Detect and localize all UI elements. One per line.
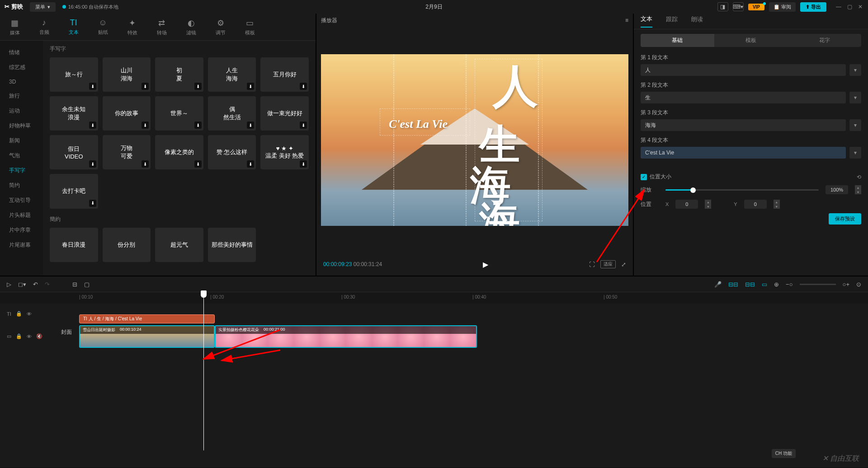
redo-icon[interactable]: ↷ [45,281,50,288]
download-icon[interactable]: ⬇ [247,160,254,168]
align-icon[interactable]: ⊕ [774,281,779,288]
split-icon[interactable]: ⊟ [72,281,77,288]
review-button[interactable]: 📋审阅 [769,2,796,12]
category-片头标题[interactable]: 片头标题 [0,208,43,223]
segment-dropdown[interactable]: ▾ [849,147,861,159]
text-asset[interactable]: ♥ ★ ✦ 温柔 美好 热爱⬇ [260,135,309,169]
eye-icon[interactable]: 👁 [27,311,32,317]
segment-input-4[interactable] [641,147,846,159]
crop-icon[interactable]: ⛶ [589,261,595,268]
eye-icon[interactable]: 👁 [27,334,32,339]
fullscreen-icon[interactable]: ⤢ [621,261,626,268]
category-旅行[interactable]: 旅行 [0,89,43,103]
download-icon[interactable]: ⬇ [194,83,202,90]
category-片中序章[interactable]: 片中序章 [0,223,43,238]
maximize-icon[interactable]: ▢ [846,4,853,10]
top-tab-音频[interactable]: ♪音频 [29,14,59,40]
top-tab-转场[interactable]: ⇄转场 [147,14,176,40]
text-asset[interactable]: 那些美好的事情 [208,228,256,262]
download-icon[interactable]: ⬇ [300,160,307,168]
top-tab-媒体[interactable]: ▦媒体 [0,14,29,40]
category-综艺感[interactable]: 综艺感 [0,60,43,75]
lock-icon[interactable]: 🔒 [16,311,22,317]
ratio-selector[interactable]: 适应 [600,260,616,268]
top-tab-文本[interactable]: TI文本 [59,14,88,40]
step-up[interactable]: ▲ [855,185,861,190]
download-icon[interactable]: ⬇ [300,122,307,129]
text-asset[interactable]: 你的故事⬇ [103,96,151,131]
text-asset[interactable]: 偶 然生活⬇ [208,96,256,131]
segment-dropdown[interactable]: ▾ [849,119,861,131]
category-新闻[interactable]: 新闻 [0,133,43,148]
video-track-icon[interactable]: ▭ [7,333,11,339]
text-asset[interactable]: 初 夏⬇ [155,57,203,92]
zoom-out-icon[interactable]: −○ [786,281,793,288]
download-icon[interactable]: ⬇ [89,122,96,129]
download-icon[interactable]: ⬇ [300,83,307,90]
reset-icon[interactable]: ⟲ [857,174,861,180]
play-button[interactable]: ▶ [483,260,488,269]
video-clip-2[interactable]: 实景拍摄粉色樱花花朵00:00:21:00 [215,325,477,348]
segment-input-1[interactable] [641,64,846,76]
export-button[interactable]: ⬆导出 [800,2,826,12]
text-asset[interactable]: 山川 湖海⬇ [103,57,151,92]
text-asset[interactable]: 超元气 [155,228,203,262]
text-track-icon[interactable]: TI [7,311,11,317]
segment-dropdown[interactable]: ▾ [849,92,861,103]
select-tool[interactable]: ◻▾ [18,281,26,288]
pointer-tool[interactable]: ▷ [7,281,11,288]
scale-slider[interactable] [665,189,819,191]
link-icon[interactable]: ⊟⊟ [745,281,755,288]
fit-icon[interactable]: ⊙ [856,281,861,288]
category-好物种草[interactable]: 好物种草 [0,118,43,133]
delete-icon[interactable]: ▢ [84,281,90,288]
right-tab-文本[interactable]: 文本 [641,15,652,28]
timeline-tracks[interactable]: TI🔒👁 ▭🔒👁🔇 封面 TI 人 / 生 / 海海 / C'est La Vi… [0,304,868,468]
download-icon[interactable]: ⬇ [89,200,96,207]
download-icon[interactable]: ⬇ [142,83,149,90]
player-menu-icon[interactable]: ≡ [625,17,628,23]
layout-icon[interactable]: ◨ [717,2,728,11]
y-input[interactable]: 0 [744,200,767,209]
download-icon[interactable]: ⬇ [89,83,96,90]
download-icon[interactable]: ⬇ [194,160,202,168]
text-asset[interactable]: 世界～⬇ [155,96,203,131]
sub-tab-模板[interactable]: 模板 [714,34,788,47]
download-icon[interactable]: ⬇ [142,160,149,168]
text-asset[interactable]: 做一束光好好⬇ [260,96,309,131]
preview-icon[interactable]: ▭ [762,281,767,288]
download-icon[interactable]: ⬇ [247,83,254,90]
text-asset[interactable]: 假日 VIDEO⬇ [50,135,98,169]
text-asset[interactable]: 像素之类的⬇ [155,135,203,169]
position-checkbox[interactable]: ✓ [641,174,647,180]
text-asset[interactable]: 余生未知 浪漫⬇ [50,96,98,131]
text-asset[interactable]: 人生 海海⬇ [208,57,256,92]
category-3D[interactable]: 3D [0,75,43,89]
category-片尾谢幕[interactable]: 片尾谢幕 [0,238,43,253]
menu-button[interactable]: 菜单▾ [30,2,56,12]
cover-label[interactable]: 封面 [61,328,72,336]
category-手写字[interactable]: 手写字 [0,163,43,178]
segment-input-3[interactable] [641,119,846,131]
mute-icon[interactable]: 🔇 [36,333,42,339]
top-tab-滤镜[interactable]: ◐滤镜 [176,14,206,40]
scale-value[interactable]: 100% [826,185,848,194]
playhead[interactable] [203,292,204,450]
top-tab-模板[interactable]: ▭模板 [235,14,264,40]
category-互动引导[interactable]: 互动引导 [0,193,43,208]
text-asset[interactable]: 春日浪漫 [50,228,98,262]
category-气泡[interactable]: 气泡 [0,148,43,163]
undo-icon[interactable]: ↶ [33,281,38,288]
x-input[interactable]: 0 [675,200,698,209]
lock-icon[interactable]: 🔒 [16,333,22,339]
text-asset[interactable]: 旅～行⬇ [50,57,98,92]
category-简约[interactable]: 简约 [0,178,43,193]
category-情绪[interactable]: 情绪 [0,45,43,60]
text-clip[interactable]: TI 人 / 生 / 海海 / C'est La Vie [79,314,215,323]
vip-badge[interactable]: VIP [748,4,764,10]
zoom-in-icon[interactable]: ○+ [843,281,849,288]
download-icon[interactable]: ⬇ [194,122,202,129]
text-asset[interactable]: 万物 可爱⬇ [103,135,151,169]
save-preset-button[interactable]: 保存预设 [829,213,861,225]
category-运动[interactable]: 运动 [0,103,43,118]
